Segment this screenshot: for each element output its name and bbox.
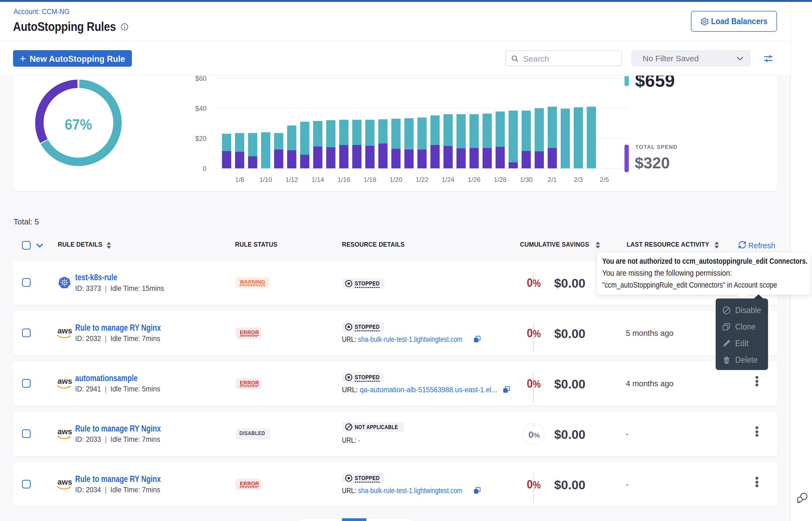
svg-text:1/24: 1/24 xyxy=(442,176,454,183)
svg-text:1/14: 1/14 xyxy=(312,176,324,183)
svg-text:1/18: 1/18 xyxy=(364,176,377,183)
svg-text:$40: $40 xyxy=(195,105,207,112)
svg-text:2/3: 2/3 xyxy=(574,176,583,183)
svg-text:$60: $60 xyxy=(195,76,207,82)
svg-text:1/8: 1/8 xyxy=(235,176,244,183)
svg-text:1/10: 1/10 xyxy=(259,176,272,183)
svg-text:1/28: 1/28 xyxy=(494,176,507,183)
svg-text:$20: $20 xyxy=(195,135,207,142)
svg-text:0: 0 xyxy=(203,165,207,173)
svg-text:1/30: 1/30 xyxy=(520,176,533,183)
svg-text:2/5: 2/5 xyxy=(600,176,609,183)
svg-text:1/12: 1/12 xyxy=(285,176,298,183)
svg-text:1/26: 1/26 xyxy=(468,176,480,183)
svg-text:1/20: 1/20 xyxy=(390,176,403,183)
svg-text:1/22: 1/22 xyxy=(416,176,429,183)
svg-text:2/1: 2/1 xyxy=(548,176,557,183)
svg-text:1/16: 1/16 xyxy=(338,176,350,183)
